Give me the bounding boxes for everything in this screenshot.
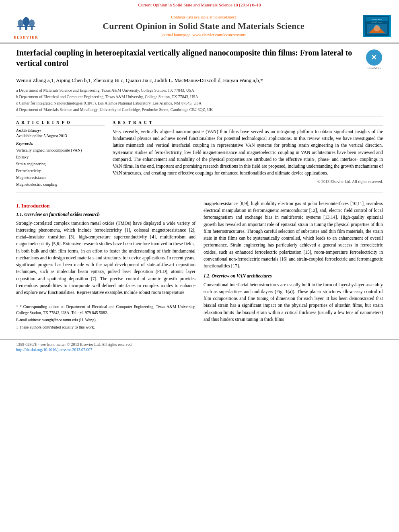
page: Current Opinion in Solid State and Mater… bbox=[0, 0, 399, 532]
keyword-1: Vertically aligned nanocomposite (VAN) bbox=[16, 147, 105, 154]
svg-point-2 bbox=[23, 17, 30, 26]
email-label: E-mail address: bbox=[16, 318, 41, 322]
journal-logo-right: solid state & materials science bbox=[363, 15, 391, 37]
affiliation-c: c Center for Integrated Nanotechnologies… bbox=[16, 100, 383, 106]
journal-homepage-link[interactable]: cossms bbox=[234, 33, 246, 37]
crossmark-text: CrossMark bbox=[367, 66, 381, 70]
body-content: 1. Introduction 1.1. Overview on functio… bbox=[16, 196, 383, 332]
footnote-1: 1 These authors contributed equally to t… bbox=[16, 324, 195, 330]
elsevier-logo bbox=[9, 12, 43, 35]
svg-point-13 bbox=[374, 25, 380, 31]
body-left-col: 1. Introduction 1.1. Overview on functio… bbox=[16, 200, 195, 332]
abstract-text: Very recently, vertically aligned nanoco… bbox=[113, 128, 383, 177]
journal-title: Current Opinion in Solid State and Mater… bbox=[48, 21, 359, 31]
section1-heading: 1. Introduction bbox=[16, 202, 195, 210]
subsection1-heading: 1.1. Overview on functional oxides resea… bbox=[16, 211, 195, 218]
sciencedirect-text[interactable]: ScienceDirect bbox=[213, 15, 236, 19]
journal-homepage: journal homepage: www.elsevier.com/locat… bbox=[48, 33, 359, 37]
body-para-1: Strongly-correlated complex transition m… bbox=[16, 220, 195, 296]
article-info-label: A R T I C L E I N F O bbox=[16, 120, 105, 126]
copyright: © 2013 Elsevier Ltd. All rights reserved… bbox=[113, 179, 383, 184]
svg-rect-6 bbox=[31, 27, 33, 30]
body-right-col: magnetoresistance [8,9], high-mobility e… bbox=[204, 200, 383, 332]
keyword-2: Epitaxy bbox=[16, 154, 105, 160]
page-footer: 1359-0286/$ – see front matter © 2013 El… bbox=[0, 339, 399, 354]
footnote-star-symbol: * bbox=[16, 304, 20, 309]
article-info-abstract: A R T I C L E I N F O Article history: A… bbox=[16, 120, 383, 188]
article-title: Interfacial coupling in heteroepitaxial … bbox=[16, 47, 361, 68]
keywords-label: Keywords: bbox=[16, 141, 105, 146]
keyword-3: Strain engineering bbox=[16, 160, 105, 167]
crossmark-icon[interactable]: ✕ bbox=[366, 49, 382, 66]
affiliation-b: b Department of Electrical and Computer … bbox=[16, 94, 383, 100]
affiliation-d: d Department of Materials Science and Me… bbox=[16, 107, 383, 113]
elsevier-text: ELSEVIER bbox=[14, 35, 39, 39]
footnotes: * * Corresponding author at: Department … bbox=[16, 301, 195, 330]
footnote-star-text: * Corresponding author at: Department of… bbox=[16, 304, 195, 315]
svg-text:materials science: materials science bbox=[371, 21, 383, 23]
subsection2-heading: 1.2. Overview on VAN architectures bbox=[204, 273, 383, 279]
article-info-col: A R T I C L E I N F O Article history: A… bbox=[16, 120, 105, 188]
svg-point-1 bbox=[18, 19, 24, 27]
journal-citation: Current Opinion in Solid State and Mater… bbox=[138, 2, 261, 7]
svg-rect-4 bbox=[25, 26, 27, 30]
body-divider bbox=[16, 193, 383, 193]
keyword-5: Magnetoresistance bbox=[16, 174, 105, 181]
top-bar: Current Opinion in Solid State and Mater… bbox=[0, 0, 399, 9]
abstract-label: A B S T R A C T bbox=[113, 120, 383, 126]
abstract-col: A B S T R A C T Very recently, verticall… bbox=[113, 120, 383, 188]
sciencedirect-link: Contents lists available at ScienceDirec… bbox=[48, 15, 359, 19]
journal-cover-icon: solid state & materials science bbox=[365, 16, 389, 36]
authors: Wenrui Zhang a,1, Aiping Chen b,1, Zhenx… bbox=[16, 76, 383, 85]
history-value: Available online 5 August 2013 bbox=[16, 134, 105, 138]
svg-rect-5 bbox=[19, 27, 21, 30]
crossmark-container: ✕ CrossMark bbox=[365, 47, 383, 70]
svg-text:solid state &: solid state & bbox=[372, 18, 382, 21]
svg-point-3 bbox=[29, 19, 35, 27]
authors-text: Wenrui Zhang a,1, Aiping Chen b,1, Zhenx… bbox=[16, 77, 263, 83]
keyword-6: Magnetoelectric coupling bbox=[16, 181, 105, 188]
affiliations: a Department of Materials Science and En… bbox=[16, 87, 383, 113]
history-label: Article history: bbox=[16, 128, 105, 133]
article-content: Interfacial coupling in heteroepitaxial … bbox=[0, 43, 399, 339]
email-value: wangh@ece.tamu.edu (H. Wang). bbox=[42, 318, 97, 322]
footer-issn: 1359-0286/$ – see front matter © 2013 El… bbox=[16, 342, 383, 347]
elsevier-tree-icon bbox=[14, 16, 38, 31]
body-right-para-2: Conventional interfacial heterostructure… bbox=[204, 281, 383, 323]
article-title-section: Interfacial coupling in heteroepitaxial … bbox=[16, 47, 383, 73]
footnote-star: * * Corresponding author at: Department … bbox=[16, 304, 195, 316]
footnote-email: E-mail address: wangh@ece.tamu.edu (H. W… bbox=[16, 317, 195, 323]
journal-header: ELSEVIER Contents lists available at Sci… bbox=[0, 9, 399, 43]
footer-doi[interactable]: http://dx.doi.org/10.1016/j.cossms.2013.… bbox=[16, 347, 383, 352]
journal-center: Contents lists available at ScienceDirec… bbox=[48, 15, 359, 37]
keywords-list: Vertically aligned nanocomposite (VAN) E… bbox=[16, 147, 105, 188]
keyword-4: Ferroelectricity bbox=[16, 167, 105, 174]
article-divider bbox=[16, 117, 383, 117]
body-right-para-1: magnetoresistance [8,9], high-mobility e… bbox=[204, 200, 383, 270]
affiliation-a: a Department of Materials Science and En… bbox=[16, 87, 383, 93]
elsevier-logo-container: ELSEVIER bbox=[8, 12, 44, 39]
